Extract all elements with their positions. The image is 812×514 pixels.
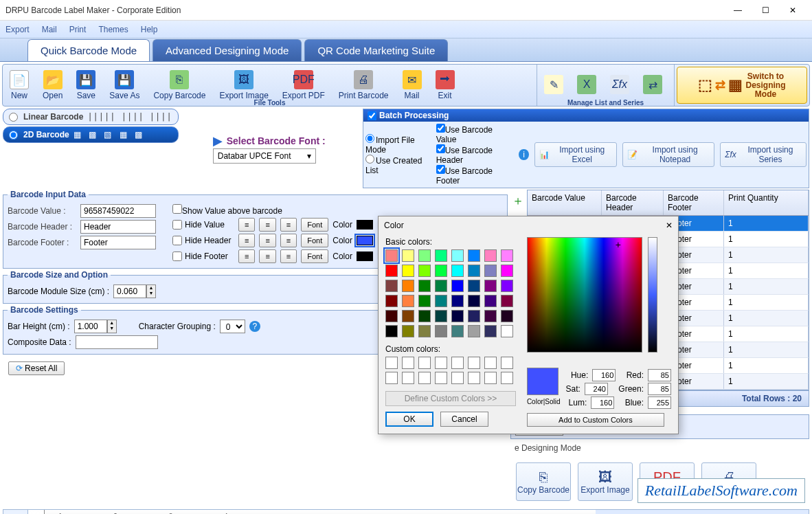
basic-swatch[interactable] (468, 265, 480, 277)
footer-color-swatch[interactable] (357, 252, 373, 261)
tab-advanced-designing[interactable]: Advanced Designing Mode (153, 39, 302, 61)
custom-swatch[interactable] (451, 372, 464, 384)
barcode-header-input[interactable] (80, 220, 156, 234)
luminance-slider[interactable] (648, 237, 657, 353)
basic-swatch[interactable] (484, 295, 497, 307)
cancel-button[interactable]: Cancel (440, 412, 488, 427)
basic-swatch[interactable] (402, 310, 414, 322)
align-left-btn-f[interactable]: ≡ (238, 249, 255, 263)
hide-header-check[interactable]: Hide Header (172, 236, 234, 245)
use-value-check[interactable]: Use Barcode Value (436, 125, 493, 144)
import-excel-button[interactable]: 📊Import using Excel (534, 142, 617, 167)
header-color-swatch[interactable] (357, 236, 373, 245)
basic-swatch[interactable] (451, 265, 464, 277)
basic-swatch[interactable] (484, 325, 497, 337)
use-created-option[interactable]: Use Created List (365, 156, 422, 175)
basic-swatch[interactable] (451, 295, 464, 307)
color-dialog-close[interactable]: ✕ (666, 221, 673, 230)
align-left-btn-h[interactable]: ≡ (238, 234, 255, 247)
show-above-check[interactable]: Show Value above barcode (172, 204, 282, 216)
custom-swatch[interactable] (468, 372, 480, 384)
basic-swatch[interactable] (468, 295, 480, 307)
minimize-button[interactable]: — (724, 1, 752, 20)
basic-swatch[interactable] (402, 325, 414, 337)
col-qty[interactable]: Print Quantity (724, 190, 809, 215)
custom-swatch[interactable] (402, 372, 414, 384)
basic-swatch[interactable] (451, 249, 464, 262)
align-right-btn[interactable]: ≡ (280, 218, 297, 232)
col-value[interactable]: Barcode Value (528, 190, 602, 215)
green-input[interactable] (648, 383, 671, 395)
module-input[interactable] (113, 284, 146, 298)
basic-swatch[interactable] (435, 295, 447, 307)
menu-export[interactable]: Export (5, 25, 30, 34)
sat-input[interactable] (585, 383, 608, 395)
barcode-footer-input[interactable] (80, 236, 156, 249)
basic-swatch[interactable] (484, 310, 497, 322)
import-file-option[interactable]: Import File Mode (365, 135, 415, 155)
basic-swatch[interactable] (484, 280, 497, 292)
red-input[interactable] (648, 369, 671, 381)
align-right-btn-f[interactable]: ≡ (280, 249, 297, 263)
basic-swatch[interactable] (402, 295, 414, 307)
basic-swatch[interactable] (402, 265, 414, 277)
import-series-button[interactable]: ΣfxImport using Series (720, 142, 807, 167)
copy-barcode-action[interactable]: ⎘Copy Barcode (516, 462, 571, 501)
basic-swatch[interactable] (451, 325, 464, 337)
basic-swatch[interactable] (484, 249, 497, 262)
font-btn-footer[interactable]: Font (301, 249, 328, 263)
barheight-input[interactable] (74, 320, 107, 333)
2d-radio[interactable] (9, 131, 18, 139)
basic-swatch[interactable] (501, 295, 513, 307)
custom-swatch[interactable] (501, 357, 513, 369)
use-footer-check[interactable]: Use Barcode Footer (436, 166, 493, 186)
spinner[interactable]: ▲▼ (107, 320, 117, 333)
reset-all-button[interactable]: ⟳ Reset All (8, 361, 65, 375)
basic-swatch[interactable] (435, 265, 447, 277)
value-color-swatch[interactable] (357, 220, 373, 230)
color-spectrum[interactable]: + (527, 237, 642, 353)
basic-swatch[interactable] (385, 249, 398, 262)
font-btn-value[interactable]: Font (301, 218, 328, 232)
menu-print[interactable]: Print (69, 25, 87, 34)
basic-swatch[interactable] (402, 249, 414, 262)
use-header-check[interactable]: Use Barcode Header (436, 146, 493, 165)
basic-swatch[interactable] (468, 325, 480, 337)
help-icon[interactable]: ? (249, 321, 260, 332)
add-row-button[interactable]: ＋ (510, 192, 526, 209)
basic-swatch[interactable] (385, 265, 398, 277)
export-image-action[interactable]: 🖼Export Image (578, 462, 633, 501)
custom-swatch[interactable] (385, 372, 398, 384)
col-header[interactable]: Barcode Header (602, 190, 664, 215)
basic-swatch[interactable] (451, 310, 464, 322)
close-button[interactable]: ✕ (779, 1, 807, 20)
custom-swatch[interactable] (418, 372, 431, 384)
menu-mail[interactable]: Mail (42, 25, 57, 34)
2d-barcode-tab[interactable]: 2D Barcode▦ ▩ ▧ ▦ ▩ (3, 126, 179, 143)
basic-swatch[interactable] (418, 310, 431, 322)
tab-qr-marketing[interactable]: QR Code Marketing Suite (304, 39, 448, 61)
import-notepad-button[interactable]: 📝Import using Notepad (622, 142, 715, 167)
basic-swatch[interactable] (418, 265, 431, 277)
custom-swatch[interactable] (418, 357, 431, 369)
spinner[interactable]: ▲▼ (146, 284, 156, 298)
align-center-btn[interactable]: ≡ (259, 218, 275, 232)
basic-swatch[interactable] (484, 265, 497, 277)
font-btn-header[interactable]: Font (301, 234, 328, 247)
custom-swatch[interactable] (451, 357, 464, 369)
custom-swatch[interactable] (435, 357, 447, 369)
basic-swatch[interactable] (501, 265, 513, 277)
maximize-button[interactable]: ☐ (752, 1, 779, 20)
custom-swatch[interactable] (484, 357, 497, 369)
basic-swatch[interactable] (435, 280, 447, 292)
add-custom-button[interactable]: Add to Custom Colors (527, 413, 664, 427)
custom-swatch[interactable] (501, 372, 513, 384)
hide-value-check[interactable]: Hide Value (172, 220, 234, 230)
custom-swatch[interactable] (385, 357, 398, 369)
custom-swatch[interactable] (468, 357, 480, 369)
basic-swatch[interactable] (418, 249, 431, 262)
switch-mode-button[interactable]: ⬚ ⇄ ▦ Switch toDesigningMode (677, 67, 807, 104)
align-center-btn-f[interactable]: ≡ (259, 249, 275, 263)
col-footer[interactable]: Barcode Footer (664, 190, 724, 215)
align-left-btn[interactable]: ≡ (238, 218, 255, 232)
